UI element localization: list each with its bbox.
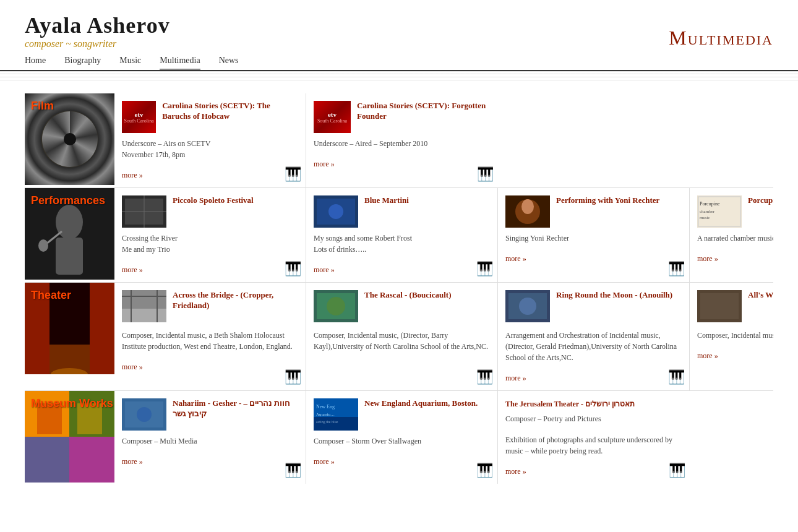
card-more-link[interactable]: more »: [505, 467, 526, 476]
card-jerusalem: The Jerusalem Theater - תאטרון ירושלים C…: [498, 391, 690, 484]
main-content: Film etv South Carolina Carolina Stories…: [0, 87, 798, 490]
card-top: The Rascal - (Boucicault): [314, 290, 490, 325]
svg-point-47: [137, 407, 152, 422]
svg-text:Porcupine: Porcupine: [700, 201, 720, 207]
film-reel-center: [64, 133, 76, 145]
card-title: Across the Bridge - (Cropper, Friedland): [173, 290, 298, 325]
card-carolina-forgotten: etv South Carolina Carolina Stories (SCE…: [306, 93, 498, 187]
card-nahariim: Nahariim - Gesher - חוות נהריים – קיבוץ …: [114, 391, 306, 484]
theater-label: Theater: [25, 283, 114, 390]
card-yoni: Performing with Yoni Rechter Singing Yon…: [498, 188, 690, 282]
card-body2: Lots of drinks…..: [314, 244, 490, 255]
svg-text:music: music: [700, 215, 710, 220]
piano-icon: 🎹: [285, 463, 301, 479]
piano-icon: 🎹: [668, 261, 684, 277]
piano-icon: 🎹: [285, 369, 301, 385]
svg-point-4: [38, 239, 48, 252]
card-body1: Underscore – Aired – September 2010: [314, 138, 491, 149]
card-ring-round: Ring Round the Moon - (Anouilh) Arrangem…: [498, 283, 690, 390]
card-rascal: The Rascal - (Boucicault) Composer, Inci…: [306, 283, 498, 390]
card-blue-martini: Blue Martini My songs and some Robert Fr…: [306, 188, 498, 282]
card-body2: Exhibition of photographs and sculpture …: [505, 434, 682, 457]
card-more-link[interactable]: more »: [314, 160, 335, 168]
svg-rect-22: [90, 283, 114, 374]
blue-martini-thumbnail: [314, 195, 358, 228]
card-more-link[interactable]: more »: [314, 265, 335, 274]
piccolo-thumbnail: [122, 195, 166, 228]
card-alls-well: All's Well That E… Shakespeare) Composer…: [690, 283, 773, 390]
card-body1: Composer, Incidental music.: [697, 330, 773, 341]
card-more-link[interactable]: more »: [122, 363, 143, 371]
site-subtitle: composer ~ songwriter: [25, 38, 170, 49]
film-section-label: Film: [31, 100, 54, 113]
card-more-link[interactable]: more »: [122, 457, 143, 466]
piano-icon: 🎹: [668, 369, 684, 385]
card-more-link[interactable]: more »: [122, 171, 143, 179]
card-across-bridge: Across the Bridge - (Cropper, Friedland)…: [114, 283, 306, 390]
nav-multimedia[interactable]: Multimedia: [160, 56, 200, 70]
nav-news[interactable]: News: [219, 56, 239, 69]
card-body2: Me and my Trio: [122, 244, 298, 255]
svg-text:New Eng: New Eng: [316, 404, 335, 410]
svg-rect-26: [122, 309, 166, 322]
performances-label: Performances: [25, 188, 114, 282]
card-body1: Composer – Multi Media: [122, 435, 298, 447]
page-heading: Multimedia: [669, 27, 773, 49]
card-body1: A narrated chamber music chamb: [697, 233, 773, 244]
svg-point-32: [327, 297, 345, 315]
card-title: Nahariim - Gesher - חוות נהריים – קיבוץ …: [173, 398, 298, 431]
museum-section-label: Museum Works: [31, 397, 113, 410]
theater-section-label: Theater: [31, 289, 71, 302]
card-top: All's Well That E… Shakespeare): [697, 290, 773, 325]
nah-img: [122, 398, 166, 431]
nav-biography[interactable]: Biography: [64, 56, 101, 69]
nav-home[interactable]: Home: [25, 56, 46, 69]
card-title: Blue Martini: [364, 195, 409, 228]
piano-icon: 🎹: [285, 261, 301, 277]
svg-rect-41: [25, 437, 69, 483]
piano-icon: 🎹: [669, 463, 685, 479]
card-aquarium: New Eng Aquariu… acting the blue New Eng…: [306, 391, 498, 484]
blue-martini-img: [314, 195, 358, 228]
site-title: Ayala Asherov: [25, 12, 170, 38]
card-top: Nahariim - Gesher - חוות נהריים – קיבוץ …: [122, 398, 298, 431]
card-title: Piccolo Spoleto Festival: [173, 195, 254, 228]
svg-point-35: [519, 298, 536, 315]
museum-cards: Nahariim - Gesher - חוות נהריים – קיבוץ …: [114, 391, 773, 484]
piano-icon: 🎹: [477, 166, 493, 182]
alls-well-img: [697, 290, 742, 322]
theater-section: Theater Across the Bridge - (Cropp: [25, 283, 773, 391]
yoni-img: [505, 195, 550, 228]
card-body1: Composer – Storm Over Stallwagen: [314, 435, 490, 447]
card-more-link[interactable]: more »: [505, 254, 526, 263]
etv-logo-2: etv: [328, 111, 337, 118]
svg-rect-2: [56, 238, 83, 275]
film-cards: etv South Carolina Carolina Stories (SCE…: [114, 93, 773, 187]
card-top: Piccolo Spoleto Festival: [122, 195, 298, 228]
card-body1: Arrangement and Orchestration of Inciden…: [505, 330, 682, 363]
performances-cards: Piccolo Spoleto Festival Crossing the Ri…: [114, 188, 773, 282]
card-more-link[interactable]: more »: [697, 254, 718, 263]
card-top: etv South Carolina Carolina Stories (SCE…: [314, 101, 491, 133]
card-more-link[interactable]: more »: [122, 265, 143, 274]
aqua-img: New Eng Aquariu… acting the blue: [314, 398, 358, 431]
nav-music[interactable]: Music: [119, 56, 141, 69]
museum-label: Museum Works: [25, 391, 114, 484]
svg-text:chamber: chamber: [700, 209, 715, 214]
performances-section-label: Performances: [31, 194, 105, 207]
card-top: Performing with Yoni Rechter: [505, 195, 682, 228]
card-top: etv South Carolina Carolina Stories (SCE…: [122, 101, 298, 133]
card-more-link[interactable]: more »: [697, 351, 718, 360]
piccolo-img: [122, 195, 166, 228]
card-title: All's Well That E… Shakespeare): [748, 290, 773, 325]
site-header: Ayala Asherov composer ~ songwriter Mult…: [0, 0, 798, 56]
card-title: Porcupine Save: [748, 195, 773, 228]
theater-cards: Across the Bridge - (Cropper, Friedland)…: [114, 283, 773, 390]
card-more-link[interactable]: more »: [314, 457, 335, 466]
site-branding: Ayala Asherov composer ~ songwriter: [25, 12, 170, 49]
svg-text:acting the blue: acting the blue: [316, 420, 338, 424]
piano-icon: 🎹: [476, 261, 492, 277]
card-top: Blue Martini: [314, 195, 490, 228]
card-more-link[interactable]: more »: [505, 374, 526, 382]
card-body1: Singing Yoni Rechter: [505, 233, 682, 244]
